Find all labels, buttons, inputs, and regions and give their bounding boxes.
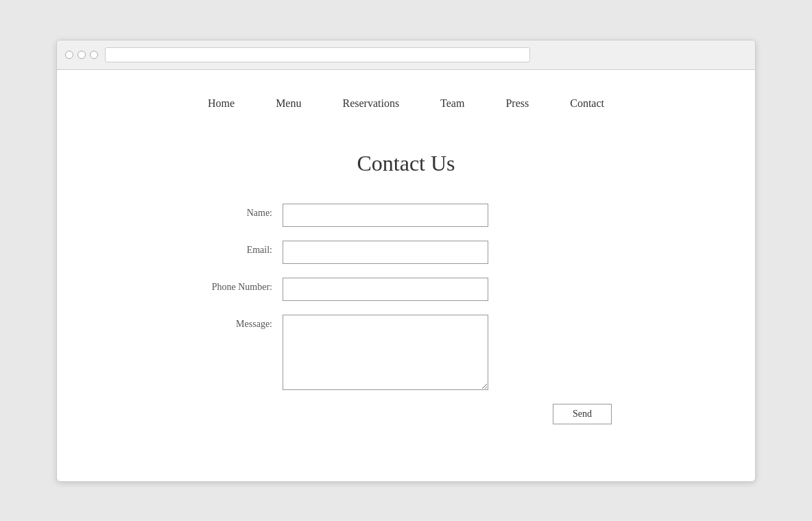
email-row: Email: xyxy=(200,241,612,264)
browser-content: Home Menu Reservations Team Press Contac… xyxy=(57,70,755,481)
browser-window: Home Menu Reservations Team Press Contac… xyxy=(56,40,756,482)
nav-contact[interactable]: Contact xyxy=(570,97,604,110)
message-textarea[interactable] xyxy=(283,315,488,390)
phone-row: Phone Number: xyxy=(200,278,612,301)
nav-home[interactable]: Home xyxy=(208,97,235,110)
browser-dots xyxy=(65,51,98,59)
browser-toolbar xyxy=(57,40,755,70)
dot-close xyxy=(65,51,73,59)
contact-form: Name: Email: Phone Number: Message: xyxy=(200,204,612,390)
message-row: Message: xyxy=(200,315,612,390)
main-nav: Home Menu Reservations Team Press Contac… xyxy=(84,84,728,130)
name-row: Name: xyxy=(200,204,612,227)
nav-menu[interactable]: Menu xyxy=(276,97,301,110)
dot-minimize xyxy=(77,51,86,59)
email-label: Email: xyxy=(200,241,283,256)
send-row: Send xyxy=(200,404,612,424)
dot-maximize xyxy=(90,51,98,59)
message-label: Message: xyxy=(200,315,283,330)
email-input[interactable] xyxy=(283,241,488,264)
nav-reservations[interactable]: Reservations xyxy=(342,97,399,110)
name-label: Name: xyxy=(200,204,283,219)
nav-team[interactable]: Team xyxy=(440,97,464,110)
phone-label: Phone Number: xyxy=(200,278,283,293)
page-title: Contact Us xyxy=(84,151,728,176)
send-button[interactable]: Send xyxy=(553,404,612,424)
nav-press[interactable]: Press xyxy=(505,97,529,110)
address-bar[interactable] xyxy=(105,47,530,62)
phone-input[interactable] xyxy=(283,278,488,301)
name-input[interactable] xyxy=(283,204,488,227)
